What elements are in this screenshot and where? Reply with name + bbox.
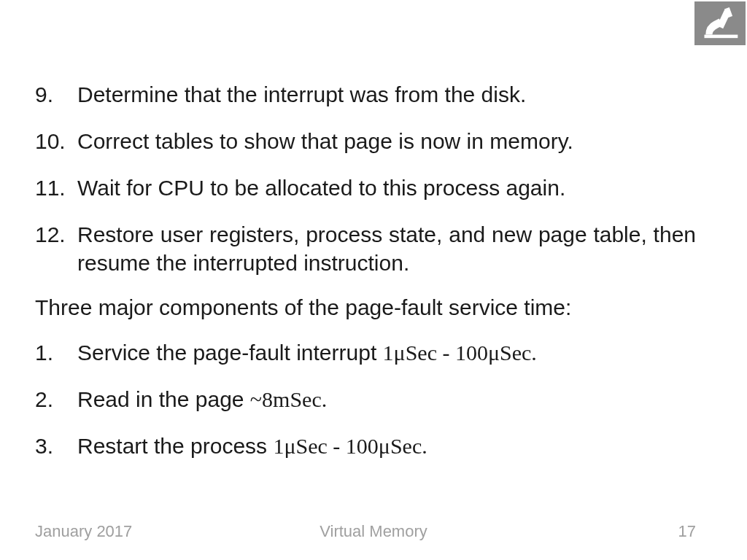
- list-item-9: 9. Determine that the interrupt was from…: [35, 80, 696, 109]
- text-prefix: Restart the process: [77, 434, 273, 458]
- list-text: Restore user registers, process state, a…: [77, 220, 696, 277]
- list-number: 9.: [35, 80, 77, 109]
- list-number: 10.: [35, 127, 77, 155]
- list-text: Correct tables to show that page is now …: [77, 127, 696, 155]
- list-item-12: 12. Restore user registers, process stat…: [35, 220, 696, 277]
- footer-page-number: 17: [678, 522, 696, 541]
- footer-date: January 2017: [35, 522, 132, 541]
- slide-content: 9. Determine that the interrupt was from…: [0, 0, 747, 460]
- section-title: Three major components of the page-fault…: [35, 295, 696, 320]
- math-expr: ~8mSec.: [250, 387, 327, 411]
- sub-list-item-2: 2. Read in the page ~8mSec.: [35, 385, 696, 413]
- sub-list-number: 1.: [35, 338, 77, 367]
- math-expr: 1μSec - 100μSec.: [383, 341, 537, 365]
- list-number: 11.: [35, 174, 77, 202]
- sub-list-item-1: 1. Service the page-fault interrupt 1μSe…: [35, 338, 696, 367]
- list-text: Determine that the interrupt was from th…: [77, 80, 696, 109]
- text-prefix: Service the page-fault interrupt: [77, 341, 383, 365]
- text-prefix: Read in the page: [77, 387, 250, 411]
- footer-title: Virtual Memory: [320, 522, 427, 541]
- sub-list-item-3: 3. Restart the process 1μSec - 100μSec.: [35, 432, 696, 460]
- university-logo: [694, 1, 746, 45]
- sub-list-text: Restart the process 1μSec - 100μSec.: [77, 432, 696, 460]
- list-item-10: 10. Correct tables to show that page is …: [35, 127, 696, 155]
- slide-footer: January 2017 Virtual Memory 17: [0, 522, 747, 541]
- list-number: 12.: [35, 220, 77, 277]
- svg-rect-2: [704, 35, 738, 39]
- sub-list-number: 2.: [35, 385, 77, 413]
- sub-list-text: Read in the page ~8mSec.: [77, 385, 696, 413]
- sub-list-number: 3.: [35, 432, 77, 460]
- list-item-11: 11. Wait for CPU to be allocated to this…: [35, 174, 696, 202]
- math-expr: 1μSec - 100μSec.: [273, 434, 427, 458]
- list-text: Wait for CPU to be allocated to this pro…: [77, 174, 696, 202]
- sub-list-text: Service the page-fault interrupt 1μSec -…: [77, 338, 696, 367]
